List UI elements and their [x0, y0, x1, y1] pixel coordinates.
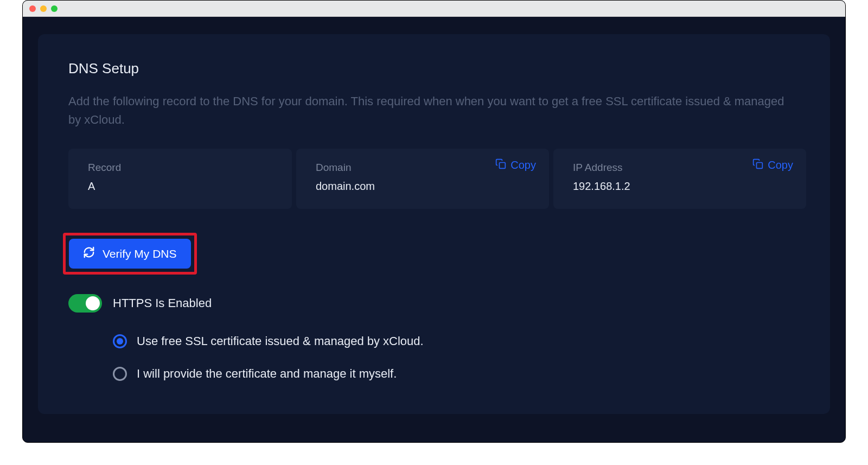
window-frame: DNS Setup Add the following record to th… — [22, 0, 846, 443]
copy-ip-button[interactable]: Copy — [752, 158, 793, 172]
ssl-radio-group: Use free SSL certificate issued & manage… — [68, 334, 800, 381]
radio-icon — [113, 334, 127, 348]
ssl-option-own[interactable]: I will provide the certificate and manag… — [113, 367, 800, 381]
https-toggle[interactable] — [68, 294, 102, 313]
window-zoom-dot[interactable] — [51, 5, 58, 12]
dns-record-label: Record — [88, 162, 272, 174]
ssl-option-free[interactable]: Use free SSL certificate issued & manage… — [113, 334, 800, 348]
app-body: DNS Setup Add the following record to th… — [23, 17, 845, 442]
copy-icon — [752, 158, 763, 172]
dns-ip-box: Copy IP Address 192.168.1.2 — [553, 149, 806, 209]
verify-dns-label: Verify My DNS — [103, 247, 177, 260]
toggle-knob — [86, 296, 100, 310]
window-minimize-dot[interactable] — [40, 5, 47, 12]
radio-icon — [113, 367, 127, 381]
dns-records-row: Record A Copy Domain domain.com — [68, 149, 800, 209]
copy-domain-label: Copy — [510, 159, 536, 171]
svg-rect-1 — [757, 163, 763, 169]
window-close-dot[interactable] — [29, 5, 36, 12]
copy-ip-label: Copy — [768, 159, 793, 171]
dns-record-value: A — [88, 180, 272, 193]
copy-icon — [495, 158, 506, 172]
titlebar — [23, 1, 845, 17]
dns-domain-box: Copy Domain domain.com — [296, 149, 549, 209]
svg-rect-0 — [500, 163, 506, 169]
refresh-icon — [83, 246, 95, 261]
dns-domain-value: domain.com — [316, 180, 529, 193]
radio-dot-icon — [117, 338, 123, 345]
ssl-option-free-label: Use free SSL certificate issued & manage… — [137, 334, 424, 348]
dns-setup-card: DNS Setup Add the following record to th… — [38, 34, 830, 414]
https-toggle-row: HTTPS Is Enabled — [68, 294, 800, 313]
dns-ip-value: 192.168.1.2 — [573, 180, 787, 193]
https-toggle-label: HTTPS Is Enabled — [113, 296, 212, 310]
page-title: DNS Setup — [68, 60, 800, 77]
dns-record-box: Record A — [68, 149, 292, 209]
verify-highlight-box: Verify My DNS — [63, 233, 197, 275]
verify-dns-button[interactable]: Verify My DNS — [69, 239, 191, 269]
ssl-option-own-label: I will provide the certificate and manag… — [137, 367, 397, 381]
copy-domain-button[interactable]: Copy — [495, 158, 536, 172]
page-description: Add the following record to the DNS for … — [68, 92, 800, 129]
